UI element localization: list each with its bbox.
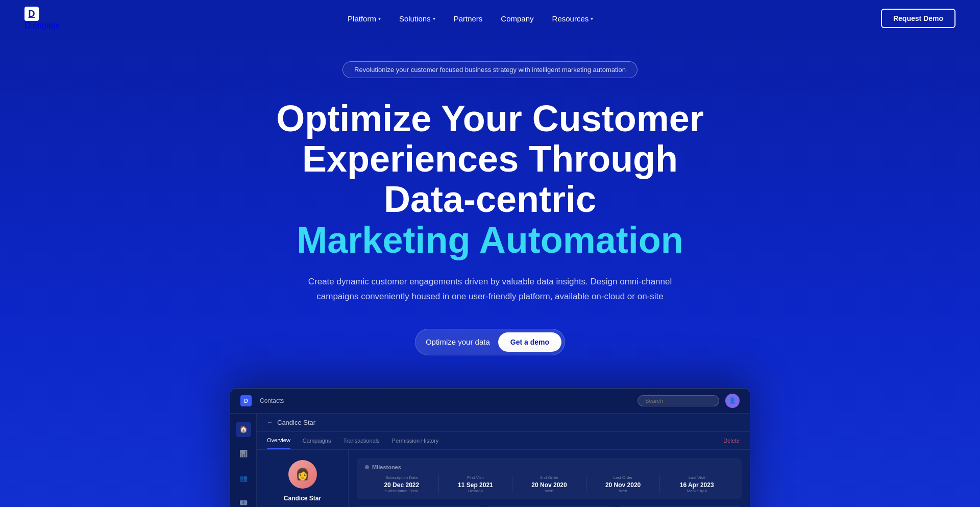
nav-link-partners[interactable]: Partners xyxy=(454,14,483,23)
topbar-left: D Contacts xyxy=(240,395,284,406)
back-arrow-icon: ← xyxy=(267,419,273,426)
milestones-title: Milestones xyxy=(365,464,733,470)
hero-subtitle: Create dynamic customer engagements driv… xyxy=(306,275,674,304)
sidebar-icon-chart[interactable]: 📊 xyxy=(236,446,251,462)
profile-name: Candice Star xyxy=(284,495,321,502)
milestones-section: Milestones Subscription Date 20 Dec 2022… xyxy=(357,458,742,499)
sidebar-icon-email[interactable]: 📧 xyxy=(236,495,251,507)
hero-cta-group: Optimize your data Get a demo xyxy=(415,329,565,355)
milestone-item-4: Last Visit 16 Apr 2023 Mobile App xyxy=(660,475,733,493)
db-sidebar: 🏠 📊 👥 📧 📋 ⚙️ xyxy=(230,414,257,507)
tab-overview[interactable]: Overview xyxy=(267,432,290,449)
nav-link-solutions[interactable]: Solutions ▾ xyxy=(399,14,435,23)
nav-item-solutions[interactable]: Solutions ▾ xyxy=(399,14,435,23)
smart-scores-card: Smart Scores RFM Segment Champion Total … xyxy=(357,505,481,507)
dashboard-topbar: D Contacts 👤 xyxy=(230,389,750,414)
db-logo-mini: D xyxy=(240,395,252,406)
milestone-sub-3: Web xyxy=(591,489,656,493)
request-demo-button[interactable]: Request Demo xyxy=(881,9,955,28)
nav-link-resources[interactable]: Resources ▾ xyxy=(552,14,594,23)
milestone-item-2: 2nd Order 20 Nov 2020 Web xyxy=(512,475,586,493)
milestone-sub-2: Web xyxy=(517,489,582,493)
db-breadcrumb: Contacts xyxy=(260,397,284,404)
tab-transactionals[interactable]: Transactionals xyxy=(343,432,379,449)
nav-item-partners[interactable]: Partners xyxy=(454,14,483,23)
nav-item-resources[interactable]: Resources ▾ xyxy=(552,14,594,23)
milestone-item-0: Subscription Date 20 Dec 2022 Subscripti… xyxy=(365,475,439,493)
brand-name: D·engage xyxy=(24,21,60,30)
db-main-content: ← Candice Star Overview Campaigns Transa… xyxy=(257,414,750,507)
hero-title-accent: Marketing Automation xyxy=(297,220,683,260)
db-contact-header: ← Candice Star xyxy=(257,414,750,432)
get-demo-button[interactable]: Get a demo xyxy=(498,332,561,352)
milestone-sub-0: Subscription Form xyxy=(369,489,434,493)
db-contact-name: Candice Star xyxy=(277,419,315,426)
db-right-column: Milestones Subscription Date 20 Dec 2022… xyxy=(349,450,750,507)
milestone-sub-1: Desktop xyxy=(443,489,508,493)
milestones-grid: Subscription Date 20 Dec 2022 Subscripti… xyxy=(365,475,733,493)
milestone-sub-4: Mobile App xyxy=(664,489,729,493)
navigation: D D·engage Platform ▾ Solutions ▾ Partne… xyxy=(0,0,980,37)
dashboard-wrapper: D Contacts 👤 🏠 📊 👥 📧 📋 ⚙️ xyxy=(209,388,771,507)
sidebar-icon-contacts[interactable]: 👥 xyxy=(236,471,251,486)
nav-item-company[interactable]: Company xyxy=(501,14,533,23)
milestone-date-4: 16 Apr 2023 xyxy=(664,481,729,489)
milestone-label-1: First Visit xyxy=(443,475,508,480)
logo[interactable]: D D·engage xyxy=(24,7,60,30)
tab-campaigns[interactable]: Campaigns xyxy=(303,432,331,449)
logo-icon: D xyxy=(24,7,39,21)
chevron-down-icon: ▾ xyxy=(378,16,381,21)
milestone-date-2: 20 Nov 2020 xyxy=(517,481,582,489)
milestone-date-0: 20 Dec 2022 xyxy=(369,481,434,489)
profile-avatar: 👩 xyxy=(288,460,317,489)
hero-section: Revolutionize your customer focused busi… xyxy=(0,37,980,507)
dashboard-preview: D Contacts 👤 🏠 📊 👥 📧 📋 ⚙️ xyxy=(230,388,750,507)
tab-permission-history[interactable]: Permission History xyxy=(392,432,439,449)
milestone-date-3: 20 Nov 2020 xyxy=(591,481,656,489)
db-user-avatar: 👤 xyxy=(725,394,740,408)
milestone-item-1: First Visit 11 Sep 2021 Desktop xyxy=(439,475,513,493)
chevron-down-icon: ▾ xyxy=(591,16,593,21)
logo-letter: D xyxy=(29,9,35,18)
milestone-label-4: Last Visit xyxy=(664,475,729,480)
chevron-down-icon: ▾ xyxy=(433,16,435,21)
milestone-date-1: 11 Sep 2021 xyxy=(443,481,508,489)
milestone-label-0: Subscription Date xyxy=(369,475,434,480)
milestone-label-2: 2nd Order xyxy=(517,475,582,480)
hero-badge: Revolutionize your customer focused busi… xyxy=(342,61,638,78)
hero-title: Optimize Your Customer Experiences Throu… xyxy=(260,99,720,260)
db-profile-column: 👩 Candice Star Email SMS Mobile Push Web… xyxy=(257,450,349,507)
db-search-input[interactable] xyxy=(638,395,719,406)
topbar-right: 👤 xyxy=(638,394,740,408)
milestone-item-3: Last Order 20 Nov 2020 Web xyxy=(586,475,660,493)
nav-link-platform[interactable]: Platform ▾ xyxy=(348,14,381,23)
nav-links: Platform ▾ Solutions ▾ Partners Company … xyxy=(348,14,593,23)
milestone-label-3: Last Order xyxy=(591,475,656,480)
nav-link-company[interactable]: Company xyxy=(501,14,533,23)
dashboard-body: 🏠 📊 👥 📧 📋 ⚙️ ← Candice Star xyxy=(230,414,750,507)
section-dot-icon xyxy=(365,465,369,469)
delete-button[interactable]: Delete xyxy=(723,438,740,444)
hero-cta-text: Optimize your data xyxy=(426,337,498,346)
scores-row: Smart Scores RFM Segment Champion Total … xyxy=(357,505,742,507)
db-content-area: 👩 Candice Star Email SMS Mobile Push Web… xyxy=(257,450,750,507)
db-contact-tabs: Overview Campaigns Transactionals Permis… xyxy=(257,432,750,450)
nav-item-platform[interactable]: Platform ▾ xyxy=(348,14,381,23)
likelihood-card: Likelihood to Uninstall xyxy=(618,505,742,507)
sidebar-icon-home[interactable]: 🏠 xyxy=(236,422,251,437)
channel-scores-card: Channel Engagement Scores Email Engageme… xyxy=(487,505,611,507)
